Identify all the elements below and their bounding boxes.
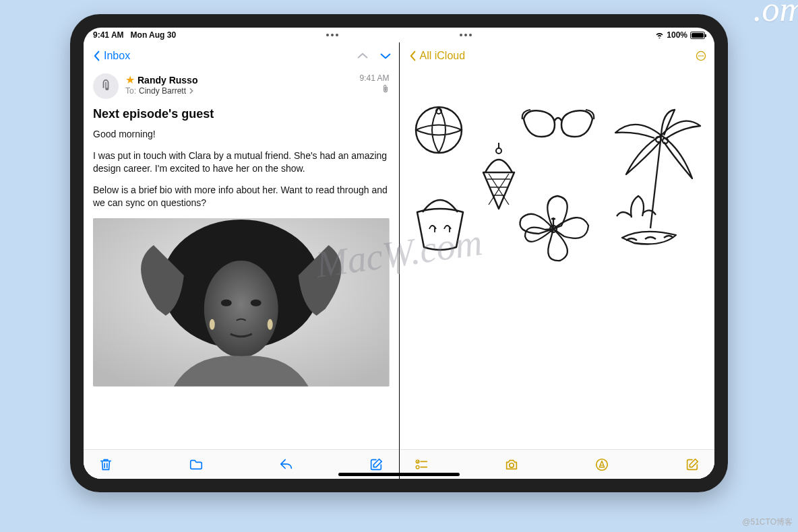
mail-body-p1: Good morning! (93, 128, 390, 141)
prev-message-button[interactable] (357, 51, 368, 61)
next-message-button[interactable] (380, 51, 391, 61)
notes-back-label: All iCloud (420, 50, 466, 62)
mail-header: ★ Randy Russo To: Cindy Barrett 9:41 AM (93, 73, 390, 99)
chevron-left-icon (92, 51, 102, 61)
sender-name[interactable]: Randy Russo (137, 75, 197, 86)
attached-photo[interactable] (93, 218, 390, 387)
wifi-icon (655, 32, 664, 38)
mail-back-label: Inbox (104, 50, 130, 62)
svg-point-4 (251, 300, 262, 306)
chevron-left-icon (408, 51, 419, 61)
notes-app: All iCloud (400, 42, 715, 479)
chevron-right-icon (189, 88, 194, 94)
status-bar: 9:41 AM Mon Aug 30 100% (84, 28, 714, 42)
mail-body-p3: Below is a brief bio with more info abou… (93, 184, 390, 210)
svg-point-18 (416, 465, 419, 469)
status-date: Mon Aug 30 (131, 30, 177, 40)
sketch-beachball (412, 103, 466, 157)
mail-nav: Inbox (84, 42, 399, 69)
more-button[interactable] (696, 51, 706, 61)
sender-avatar[interactable] (93, 73, 119, 99)
move-folder-button[interactable] (189, 457, 204, 472)
notes-nav: All iCloud (400, 42, 715, 69)
markup-button[interactable] (594, 457, 609, 472)
screen: 9:41 AM Mon Aug 30 100% Inbox (84, 28, 714, 479)
status-time: 9:41 AM (93, 30, 124, 40)
svg-point-8 (698, 55, 700, 57)
star-icon: ★ (125, 73, 135, 86)
camera-button[interactable] (504, 457, 519, 472)
svg-point-2 (204, 261, 278, 358)
svg-point-9 (700, 55, 702, 57)
multitask-dots-left[interactable] (326, 34, 338, 36)
sketch-palm (602, 108, 703, 257)
trash-button[interactable] (98, 457, 113, 472)
sketch-sunglasses (521, 106, 595, 143)
corner-watermark: .om (753, 0, 798, 29)
sketch-bucket (409, 192, 471, 253)
battery-icon (690, 32, 705, 39)
blog-watermark: @51CTO博客 (742, 517, 793, 528)
battery-percent: 100% (667, 30, 687, 40)
compose-mail-button[interactable] (369, 457, 383, 472)
mail-content: ★ Randy Russo To: Cindy Barrett 9:41 AM (84, 69, 399, 449)
notes-canvas[interactable] (400, 69, 715, 449)
svg-point-10 (702, 55, 704, 57)
to-label: To: (125, 86, 136, 96)
notes-back-button[interactable]: All iCloud (408, 50, 466, 62)
compose-note-button[interactable] (685, 457, 700, 472)
multitask-dots-right[interactable] (460, 34, 472, 36)
sketch-hibiscus (513, 192, 594, 266)
svg-point-19 (510, 463, 514, 467)
mail-app: Inbox ★ Randy Russo (84, 42, 399, 479)
mail-time: 9:41 AM (359, 73, 389, 83)
recipient-name: Cindy Barrett (139, 86, 186, 96)
mail-subject: Next episode's guest (93, 107, 390, 121)
split-view: Inbox ★ Randy Russo (84, 42, 714, 479)
home-indicator[interactable] (338, 473, 460, 476)
mail-body-p2: I was put in touch with Clara by a mutua… (93, 149, 390, 176)
ipad-device-frame: 9:41 AM Mon Aug 30 100% Inbox (70, 14, 728, 492)
svg-point-5 (210, 319, 215, 330)
checklist-button[interactable] (415, 457, 429, 472)
reply-button[interactable] (279, 457, 294, 472)
mail-back-button[interactable]: Inbox (92, 50, 130, 62)
recipient-line[interactable]: To: Cindy Barrett (125, 86, 352, 96)
svg-point-6 (268, 319, 273, 330)
svg-point-13 (496, 148, 501, 154)
svg-point-3 (221, 300, 232, 306)
paperclip-icon (381, 84, 390, 94)
